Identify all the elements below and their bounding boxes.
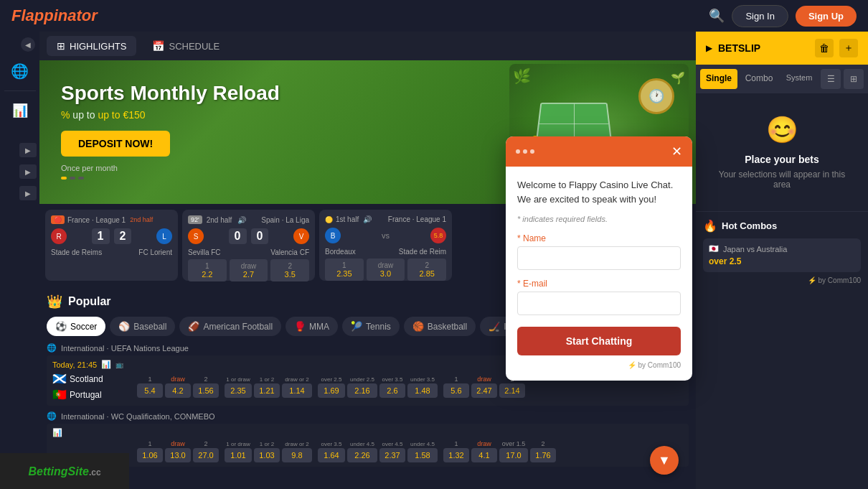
betslip-trash-btn[interactable]: 🗑 <box>815 39 834 57</box>
sport-tab-american-football[interactable]: 🏈 American Football <box>179 317 281 336</box>
odd-2-btn-2[interactable]: 22.85 <box>407 259 446 281</box>
sport-tab-basketball[interactable]: 🏀 Basketball <box>404 317 476 336</box>
scroll-down-button[interactable]: ▼ <box>650 446 679 475</box>
banner-indicators <box>61 177 280 180</box>
live-badge-1: 92' <box>188 215 202 224</box>
odd-1-btn-2[interactable]: 12.35 <box>325 259 364 281</box>
chat-close-button[interactable]: ✕ <box>671 144 682 159</box>
odds-dc-2: 1 or draw 1.01 1 or 2 1.03 draw or 2 9.8 <box>225 441 312 462</box>
betslip-tab-system[interactable]: System <box>780 69 818 89</box>
half2-1[interactable]: 1.32 <box>443 448 469 462</box>
tab-schedule[interactable]: 📅 SCHEDULE <box>142 36 230 56</box>
sign-in-button[interactable]: Sign In <box>732 5 788 27</box>
app-logo: Flappinator <box>11 6 98 25</box>
betslip-empty: 😊 Place your bets Your selections will a… <box>696 93 868 211</box>
half-draw[interactable]: 2.47 <box>471 383 497 398</box>
bet2-1-or-draw[interactable]: 1.01 <box>225 448 252 462</box>
hot-combos-section: 🔥 Hot Combos 🇯🇵 Japan vs Australia over … <box>696 211 868 292</box>
away-team-1: V <box>293 228 309 244</box>
home-team-1: S <box>188 228 204 244</box>
odd-draw-btn[interactable]: draw2.7 <box>230 259 268 281</box>
search-button[interactable]: 🔍 <box>709 8 725 24</box>
odds-1x2: 1 5.4 draw 4.2 2 1.56 <box>137 376 219 398</box>
score-0: 1 2 <box>92 228 132 244</box>
expand-arrow-2[interactable]: ▶ <box>19 164 37 179</box>
bet-under-3.5[interactable]: 1.48 <box>407 383 438 398</box>
away-logo-0: L <box>156 228 172 244</box>
betslip-tab-single[interactable]: Single <box>700 69 737 89</box>
betslip-empty-title: Place your bets <box>710 154 854 165</box>
sport-tab-mma[interactable]: 🥊 MMA <box>286 317 338 336</box>
banner-content: Sports Monthly Reload % up to up to €150… <box>61 82 280 180</box>
half-2[interactable]: 2.14 <box>499 383 525 398</box>
combo-value: over 2.5 <box>709 256 855 266</box>
sign-up-button[interactable]: Sign Up <box>796 6 857 27</box>
half2-draw[interactable]: 4.1 <box>471 448 497 462</box>
betslip-empty-icon: 😊 <box>710 115 854 145</box>
dot-3 <box>78 177 84 180</box>
expand-arrow-3[interactable]: ▶ <box>19 186 37 200</box>
bet2-under-4.5-2[interactable]: 1.58 <box>407 448 438 462</box>
bet2-over-3.5[interactable]: 1.64 <box>318 448 345 462</box>
bet-over-2.5[interactable]: 1.69 <box>318 383 345 398</box>
bottom-logo: BettingSite.cc <box>0 453 129 489</box>
sidebar-toggle[interactable]: ◀ <box>21 37 35 52</box>
hot-combos-header: 🔥 Hot Combos <box>703 219 861 233</box>
bet-1-or-draw[interactable]: 2.35 <box>225 383 252 398</box>
odd-1-btn[interactable]: 12.2 <box>188 259 227 281</box>
betslip-tab-combo[interactable]: Combo <box>740 69 778 89</box>
match-header-0: 🔴 France · League 1 2nd half <box>51 215 172 224</box>
odds-total-2: over 3.5 1.64 under 4.5 2.26 over 4.5 2.… <box>318 441 438 462</box>
basketball-icon: 🏀 <box>412 321 424 332</box>
betslip-title: BETSLIP <box>718 42 760 54</box>
chat-email-input[interactable] <box>517 292 681 315</box>
match-card-1: 92' 2nd half 🔊 Spain · La Liga S 0 0 V S… <box>182 210 315 281</box>
chat-submit-button[interactable]: Start Chatting <box>517 327 681 355</box>
half2-2[interactable]: 17.0 <box>499 448 528 462</box>
bet2-under-4.5[interactable]: 2.26 <box>347 448 377 462</box>
bet2-over-4.5[interactable]: 2.37 <box>379 448 405 462</box>
tab-highlights[interactable]: ⊞ HIGHLIGHTS <box>47 36 136 56</box>
expand-arrow-1[interactable]: ▶ <box>19 143 37 157</box>
odd-2-btn[interactable]: 23.5 <box>270 259 309 281</box>
bet-draw-or-2[interactable]: 1.14 <box>282 383 312 398</box>
away-team-0: L <box>156 228 172 244</box>
bet-1-or-2[interactable]: 1.21 <box>254 383 280 398</box>
half-1[interactable]: 5.6 <box>443 383 469 398</box>
odd-draw-btn-2[interactable]: draw3.0 <box>367 259 405 281</box>
odds-1x2-2: 1 1.06 draw 13.0 2 27.0 <box>137 440 219 462</box>
sidebar-item-chart[interactable]: 📊 <box>0 93 39 129</box>
bet-2[interactable]: 1.56 <box>193 383 219 398</box>
bet2-draw-or-2[interactable]: 9.8 <box>282 448 312 462</box>
chat-welcome: Welcome to Flappy Casino Live Chat. We a… <box>517 178 681 206</box>
sidebar-item-globe[interactable]: 🌐 <box>0 53 39 89</box>
bet2-1[interactable]: 1.06 <box>137 448 163 462</box>
header-actions: 🔍 Sign In Sign Up <box>709 5 857 27</box>
bet-1[interactable]: 5.4 <box>137 383 163 398</box>
bet-over-3.5[interactable]: 2.6 <box>379 383 405 398</box>
tennis-icon: 🎾 <box>351 321 362 332</box>
bet-under-2.5[interactable]: 2.16 <box>347 383 377 398</box>
sport-tab-baseball[interactable]: ⚾ Baseball <box>110 317 175 336</box>
chevron-down-icon: ▼ <box>658 453 671 468</box>
score-1: 0 0 <box>229 228 269 244</box>
bet2-1-or-2[interactable]: 1.03 <box>254 448 280 462</box>
half2-3[interactable]: 1.76 <box>530 448 556 462</box>
match-odds-1: 12.2 draw2.7 23.5 <box>188 259 309 281</box>
deposit-button[interactable]: DEPOSIT NOW! <box>61 131 170 157</box>
chat-name-field: * Name <box>517 233 681 270</box>
sport-tab-soccer[interactable]: ⚽ Soccer <box>47 317 105 336</box>
betslip-empty-subtitle: Your selections will appear in this area <box>710 169 854 190</box>
betslip-play-icon: ▶ <box>706 43 712 53</box>
betslip-list-icon[interactable]: ☰ <box>821 69 841 89</box>
schedule-icon: 📅 <box>152 40 164 52</box>
ice-hockey-icon: 🏒 <box>489 321 500 332</box>
sport-tab-tennis[interactable]: 🎾 Tennis <box>342 317 400 336</box>
home-team-2: B <box>325 228 341 243</box>
bet2-2[interactable]: 27.0 <box>193 448 219 462</box>
betslip-plus-btn[interactable]: ＋ <box>839 39 858 57</box>
bet2-draw[interactable]: 13.0 <box>165 448 191 462</box>
bet-draw[interactable]: 4.2 <box>165 383 191 398</box>
chat-name-input[interactable] <box>517 246 681 270</box>
betslip-grid-icon[interactable]: ⊞ <box>844 69 864 89</box>
